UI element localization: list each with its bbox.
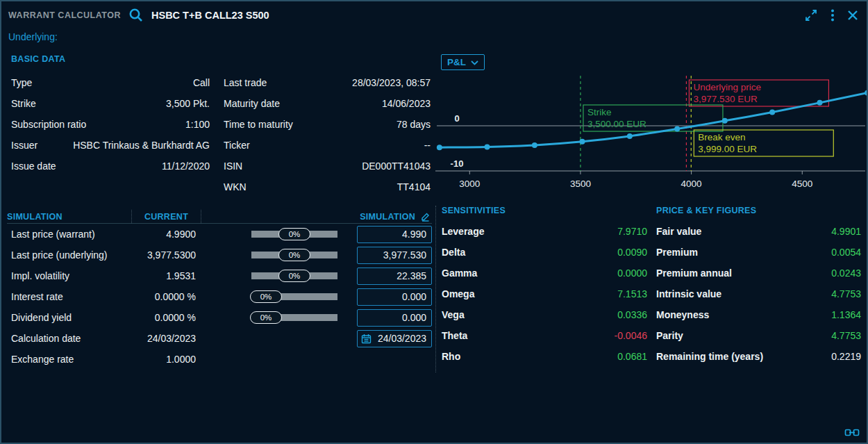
slider-cell [201,328,357,349]
svg-text:3,999.00 EUR: 3,999.00 EUR [698,144,757,154]
input-cell [357,268,432,285]
underlying-link[interactable]: Underlying: [8,31,58,42]
key-value-row: Last trade 28/03/2023, 08:57 [219,72,432,93]
left-panel: BASIC DATA Type Call Strike 3,500 Pkt. S… [7,44,432,370]
link-icon[interactable] [844,428,860,437]
figure-row: Vega 0.0336 [442,304,647,325]
instrument-name[interactable]: HSBC T+B CALL23 S500 [151,10,269,21]
key-value-row: WKN TT4104 [219,176,432,197]
slider-cell: 0% [201,286,357,307]
simulation-value-input[interactable] [357,226,432,243]
basic-data-col2: Last trade 28/03/2023, 08:57 Maturity da… [219,72,432,197]
simulation-value-input[interactable] [357,309,432,327]
calculation-date-input[interactable]: 24/03/2023 [357,330,432,347]
figure-row: Premium 0.0054 [656,242,861,263]
svg-text:3000: 3000 [459,179,480,189]
slider-thumb[interactable]: 0% [278,228,310,240]
price-key-figures-section: PRICE & KEY FIGURES Fair value 4.9901 Pr… [651,206,867,372]
kv-label: ISIN [224,161,242,172]
simulation-slider[interactable]: 0% [250,249,339,261]
figure-value: 4.9901 [831,226,861,237]
simulation-slider[interactable]: 0% [250,270,339,282]
kv-value: TT4104 [397,181,431,192]
close-icon[interactable] [847,10,858,21]
current-value: 1.0000 [132,354,201,365]
figure-row: Rho 0.0681 [442,346,647,367]
simulation-row: Calculation date 24/03/2023 24/03/2023 [7,328,432,349]
edit-icon[interactable] [419,211,431,222]
price-key-figures-rows: Fair value 4.9901 Premium 0.0054 Premium… [656,221,861,367]
basic-data-col1: Type Call Strike 3,500 Pkt. Subscription… [7,72,219,197]
slider-thumb[interactable]: 0% [250,311,282,324]
figure-row: Remaining time (years) 0.2219 [656,346,861,367]
simulation-row-label: Calculation date [7,333,132,344]
kv-value: -- [424,140,431,151]
figure-label: Vega [442,309,465,320]
figure-label: Remaining time (years) [656,351,763,362]
simulation-row-label: Interest rate [7,291,132,302]
figure-row: Intrinsic value 4.7753 [656,283,861,304]
input-cell [357,247,432,264]
simulation-value-input[interactable] [357,247,432,264]
kebab-menu-icon[interactable] [831,8,835,22]
chart-type-label: P&L [447,57,466,67]
simulation-value-input[interactable] [357,268,432,285]
input-cell [357,309,432,327]
slider-cell: 0% [201,245,357,265]
current-value: 1.9531 [132,270,201,281]
figure-row: Gamma 0.0000 [442,263,647,283]
figure-label: Rho [442,351,460,362]
key-value-row: Issue date 11/12/2020 [7,156,219,176]
figure-value: -0.0046 [615,330,647,341]
expand-icon[interactable] [804,8,818,22]
calendar-icon[interactable] [361,334,372,344]
key-value-row: Type Call [7,72,219,93]
date-value: 24/03/2023 [374,333,426,344]
chart-type-dropdown[interactable]: P&L [441,54,485,70]
kv-label: Subscription ratio [11,119,86,130]
basic-data-table: Type Call Strike 3,500 Pkt. Subscription… [7,72,432,197]
right-panel: P&L 0-103000350040004500Underlying price… [435,44,867,372]
simulation-slider[interactable]: 0% [250,311,339,324]
kv-label: Strike [11,98,36,109]
figure-value: 4.7753 [831,288,861,299]
figure-row: Premium annual 0.0243 [656,263,861,283]
simulation-row-label: Dividend yield [7,312,132,323]
input-cell: 24/03/2023 [357,330,432,347]
figure-label: Premium [656,247,698,258]
kv-value: 3,500 Pkt. [166,98,210,109]
basic-data-title: BASIC DATA [11,54,432,64]
figure-label: Premium annual [656,268,732,279]
figure-label: Gamma [442,268,477,279]
current-column-header: CURRENT [132,210,201,223]
simulation-row: Last price (warrant) 4.9900 0% [7,224,432,245]
window-controls [804,8,858,22]
simulation-value-input[interactable] [357,288,432,306]
current-value: 0.0000 % [132,291,201,302]
simulation-row-label: Last price (warrant) [7,229,132,240]
figure-label: Fair value [656,226,701,237]
key-value-row: Strike 3,500 Pkt. [7,93,219,114]
simulation-slider[interactable]: 0% [250,228,339,240]
kv-label: Type [11,77,32,88]
figure-row: Fair value 4.9901 [656,221,861,242]
figure-label: Intrinsic value [656,288,721,299]
pnl-chart[interactable]: 0-103000350040004500Underlying price3,97… [435,72,867,191]
search-icon[interactable] [128,7,144,24]
figure-value: 0.0090 [617,247,647,258]
simulation-edit-label: SIMULATION [360,212,415,222]
kv-value: HSBC Trinkaus & Burkhardt AG [73,140,210,151]
slider-thumb[interactable]: 0% [278,270,310,282]
figure-value: 0.0243 [831,268,861,279]
slider-thumb[interactable]: 0% [250,290,282,303]
svg-text:3500: 3500 [570,179,591,189]
kv-label: Maturity date [224,98,280,109]
simulation-slider[interactable]: 0% [250,290,339,303]
figure-row: Leverage 7.9710 [442,221,647,242]
slider-cell [201,349,357,370]
kv-value: Call [193,77,210,88]
sensitivities-title: SENSITIVITIES [442,206,647,215]
kv-value: DE000TT41043 [362,161,431,172]
slider-thumb[interactable]: 0% [278,249,310,261]
current-value: 3,977.5300 [132,249,201,261]
